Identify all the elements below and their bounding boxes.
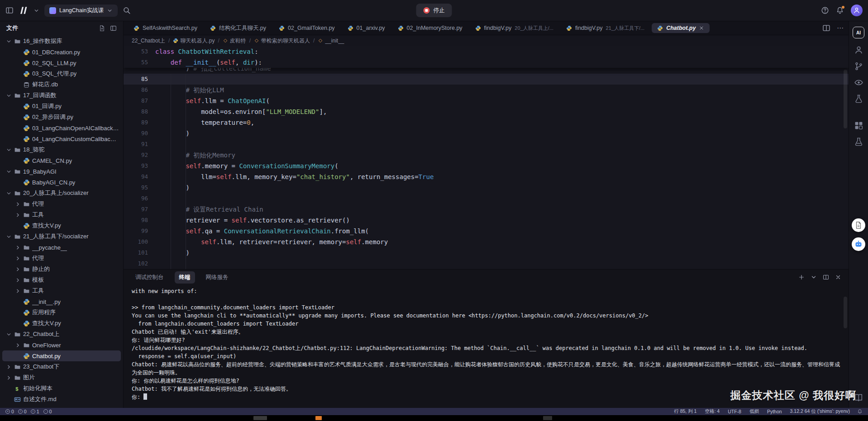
sidebar-toggle-icon[interactable] bbox=[5, 6, 14, 14]
file-item[interactable]: 02_SQL_LLM.py bbox=[2, 57, 121, 68]
file-item[interactable]: 03_SQL_代理.py bbox=[2, 68, 121, 79]
file-item[interactable]: CAMEL_CN.py bbox=[2, 155, 121, 166]
ai-chat-icon[interactable]: AI bbox=[853, 27, 864, 38]
project-switcher[interactable]: LangChain实战课 bbox=[44, 5, 118, 17]
folder-item[interactable]: 20_人脉工具上/socializer bbox=[2, 188, 121, 199]
file-item[interactable]: __init__.py bbox=[2, 296, 121, 307]
file-item[interactable]: Chatbot.py bbox=[2, 350, 121, 361]
folder-icon bbox=[14, 374, 21, 381]
folder-item[interactable]: 19_BabyAGI bbox=[2, 166, 121, 177]
editor-scrollbar[interactable] bbox=[844, 70, 847, 128]
file-item[interactable]: BabyAGI_CN.py bbox=[2, 177, 121, 188]
folder-item[interactable]: 静止的 bbox=[2, 264, 121, 274]
terminal-line: >> from langchain_community.document_loa… bbox=[132, 303, 840, 312]
breadcrumb-item[interactable]: 聊天机器人.py bbox=[173, 37, 215, 45]
file-label: 应用程序 bbox=[32, 308, 56, 317]
split-editor-icon[interactable] bbox=[822, 24, 830, 32]
folder-item[interactable]: OneFlower bbox=[2, 340, 121, 350]
status-item[interactable]: 行 85, 列 1 bbox=[674, 408, 696, 415]
editor-tab[interactable]: findbigV.py20_人脉工具上/... bbox=[470, 23, 559, 33]
file-item[interactable]: 02_异步回调.py bbox=[2, 112, 121, 123]
stop-button[interactable]: 停止 bbox=[416, 4, 452, 17]
panel-tab[interactable]: 终端 bbox=[175, 271, 195, 284]
app-logo-icon[interactable] bbox=[19, 5, 29, 15]
file-item[interactable]: $初始化脚本 bbox=[2, 383, 121, 394]
split-terminal-icon[interactable] bbox=[823, 274, 829, 280]
help-float-button[interactable] bbox=[852, 218, 865, 232]
folder-item[interactable]: 模板 bbox=[2, 274, 121, 285]
extensions-icon[interactable] bbox=[854, 121, 863, 130]
notifications-icon[interactable] bbox=[836, 6, 844, 14]
close-tab-icon[interactable] bbox=[699, 25, 704, 31]
file-item[interactable]: 自述文件.md bbox=[2, 394, 121, 405]
folder-item[interactable]: __pycache__ bbox=[2, 242, 121, 253]
editor-tab[interactable]: 02_InMemoryStore.py bbox=[392, 23, 468, 33]
breadcrumb-item[interactable]: __init__ bbox=[318, 38, 344, 44]
collapse-explorer-icon[interactable] bbox=[110, 25, 117, 32]
folder-item[interactable]: 16_操作数据库 bbox=[2, 36, 121, 47]
chevron-right-icon bbox=[15, 255, 21, 261]
folder-item[interactable]: 代理 bbox=[2, 253, 121, 264]
status-errors[interactable]: ×0 bbox=[5, 409, 14, 414]
file-item[interactable]: 01_回调.py bbox=[2, 101, 121, 112]
tests-icon[interactable] bbox=[854, 137, 863, 147]
editor-tab[interactable]: 01_arxiv.py bbox=[342, 23, 391, 33]
breadcrumb-item[interactable]: 皮鞋特 bbox=[223, 37, 246, 45]
workspace-chevron-icon[interactable] bbox=[33, 8, 39, 14]
status-item[interactable]: UTF-8 bbox=[728, 409, 741, 414]
status-info[interactable]: i1 bbox=[31, 409, 39, 414]
code-line: 87 self.llm = ChatOpenAI( bbox=[124, 95, 849, 106]
folder-item[interactable]: 21_人脉工具下/socializer bbox=[2, 231, 121, 242]
folder-item[interactable]: 代理 bbox=[2, 199, 121, 209]
editor-tab[interactable]: Chatbot.py bbox=[652, 23, 710, 33]
breadcrumb-item[interactable]: 22_Chatbot上 bbox=[132, 37, 165, 45]
status-bell-icon[interactable] bbox=[857, 409, 863, 414]
file-item[interactable]: 查找大V.py bbox=[2, 220, 121, 231]
errors-icon: × bbox=[5, 409, 10, 414]
folder-item[interactable]: 23_Chatbot下 bbox=[2, 361, 121, 372]
status-item[interactable]: 3.12.2 64 位 ('shims': pyenv) bbox=[790, 408, 850, 415]
folder-item[interactable]: 图片 bbox=[2, 372, 121, 383]
chevron-right-icon bbox=[15, 245, 21, 251]
status-item[interactable]: Python bbox=[767, 409, 782, 414]
folder-item[interactable]: 17_回调函数 bbox=[2, 90, 121, 101]
status-item[interactable]: 低损 bbox=[749, 408, 759, 415]
terminal-line: response = self.qa(user_input) bbox=[132, 352, 840, 360]
editor-tab[interactable]: 结构化工具聊天.py bbox=[205, 23, 272, 34]
file-item[interactable]: 01_DBCreation.py bbox=[2, 47, 121, 57]
agent-icon[interactable] bbox=[854, 45, 863, 55]
debug-icon[interactable] bbox=[854, 94, 863, 104]
ai-assistant-float-button[interactable] bbox=[852, 237, 865, 251]
preview-icon[interactable] bbox=[854, 78, 863, 87]
terminal-scrollbar[interactable] bbox=[844, 297, 847, 328]
terminal-dropdown-icon[interactable] bbox=[811, 274, 817, 280]
source-control-icon[interactable] bbox=[854, 61, 863, 71]
status-item[interactable]: 空格: 4 bbox=[705, 408, 720, 415]
file-item[interactable]: 应用程序 bbox=[2, 307, 121, 318]
editor-tab[interactable]: SelfAskwithSearch.py bbox=[128, 23, 203, 33]
file-item[interactable]: 查找大V.py bbox=[2, 318, 121, 329]
user-avatar[interactable] bbox=[851, 5, 863, 16]
folder-item[interactable]: 工具 bbox=[2, 285, 121, 296]
editor-tab[interactable]: 02_GmailToken.py bbox=[273, 23, 340, 33]
file-item[interactable]: 04_LangChainCustomCallback.... bbox=[2, 133, 121, 144]
close-panel-icon[interactable] bbox=[835, 274, 841, 280]
folder-item[interactable]: 18_骆驼 bbox=[2, 144, 121, 155]
new-file-icon[interactable] bbox=[99, 25, 105, 32]
file-item[interactable]: 鲜花店.db bbox=[2, 79, 121, 90]
py-file-icon bbox=[23, 320, 30, 327]
folder-item[interactable]: 22_Chatbot上 bbox=[2, 329, 121, 340]
editor-tab[interactable]: findbigV.py21_人脉工具下/... bbox=[561, 23, 650, 33]
panel-tab[interactable]: 调试控制台 bbox=[131, 271, 168, 284]
help-icon[interactable] bbox=[821, 6, 829, 14]
file-item[interactable]: 03_LangChainOpenAICallback.... bbox=[2, 123, 121, 133]
search-icon[interactable] bbox=[123, 6, 131, 14]
panel-tab[interactable]: 网络服务 bbox=[201, 271, 233, 284]
breadcrumb-item[interactable]: 带检索的聊天机器人 bbox=[254, 37, 310, 45]
status-ports[interactable]: ·0 bbox=[43, 409, 52, 414]
code-editor[interactable]: 53class ChatbotWithRetrieval:55 def __in… bbox=[124, 46, 849, 269]
more-actions-icon[interactable]: ⋯ bbox=[837, 24, 844, 32]
new-terminal-icon[interactable] bbox=[798, 274, 805, 280]
folder-item[interactable]: 工具 bbox=[2, 209, 121, 220]
status-warnings[interactable]: !0 bbox=[18, 409, 27, 414]
